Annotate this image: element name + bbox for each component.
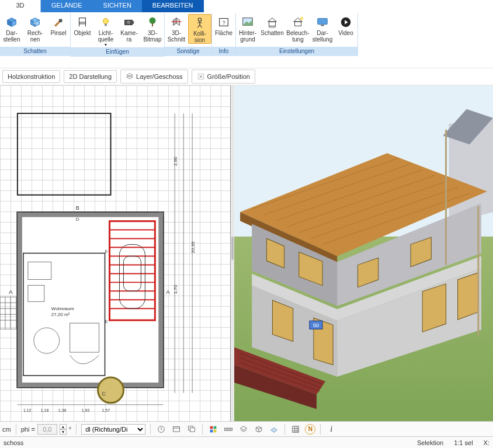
section-icon bbox=[169, 15, 183, 29]
schnitt3d-button[interactable]: 3D-Schnitt bbox=[165, 14, 188, 43]
play-icon bbox=[339, 15, 353, 29]
tree-icon bbox=[145, 15, 159, 29]
person-icon bbox=[193, 16, 207, 30]
darstellung-2d-button[interactable]: 2D Darstellung bbox=[64, 70, 117, 83]
resize-icon bbox=[197, 72, 205, 81]
groesse-position-label: Größe/Position bbox=[207, 73, 250, 80]
tab-gelaende[interactable]: GELÄNDE bbox=[41, 0, 93, 12]
tab-bearbeiten[interactable]: BEARBEITEN bbox=[142, 0, 204, 12]
holzkonstruktion-button[interactable]: Holzkonstruktion bbox=[2, 70, 60, 83]
layer-geschoss-label: Layer/Geschoss bbox=[136, 73, 182, 80]
hintergrund-button[interactable]: Hinter-grund bbox=[236, 14, 259, 43]
bitmap3d-button[interactable]: 3D-Bitmap bbox=[141, 14, 164, 43]
room-area-text: 27,20 m² bbox=[51, 312, 70, 317]
svg-marker-38 bbox=[127, 75, 133, 79]
svg-point-12 bbox=[103, 19, 108, 24]
cube-calc-icon: Σ bbox=[28, 15, 42, 29]
layers-icon bbox=[126, 72, 134, 81]
pane-2d-plan[interactable]: Wohnraum 27,20 m² 2,90 1,70 20,35 1,12 1… bbox=[0, 85, 231, 421]
svg-text:1,12: 1,12 bbox=[23, 408, 32, 412]
video-button[interactable]: Video bbox=[334, 14, 357, 36]
dropdown-caret-icon: ▼ bbox=[104, 43, 108, 47]
darstellen-button[interactable]: Dar-stellen bbox=[0, 14, 23, 43]
status-bar: schoss Selektion 1:1 sel X: bbox=[0, 436, 493, 448]
flaeche-button[interactable]: ? Fläche bbox=[212, 14, 235, 36]
svg-point-29 bbox=[268, 26, 277, 28]
kollision-label: Kolli-sion bbox=[193, 30, 206, 43]
svg-text:1,93: 1,93 bbox=[82, 408, 90, 412]
bulb-icon bbox=[99, 15, 113, 29]
schatten-settings-label: Schatten bbox=[261, 30, 283, 36]
house-light-icon bbox=[291, 15, 305, 29]
svg-rect-84 bbox=[0, 297, 16, 329]
darstellung-button[interactable]: Dar-stellung bbox=[311, 14, 334, 43]
svg-rect-124 bbox=[173, 426, 180, 432]
kamera-button[interactable]: Kame-ra bbox=[117, 14, 141, 43]
svg-rect-128 bbox=[210, 426, 213, 429]
house-3d-render: 50 bbox=[234, 85, 493, 421]
svg-text:1,57: 1,57 bbox=[102, 408, 110, 412]
landscape-icon bbox=[241, 15, 255, 29]
degree-symbol: ° bbox=[69, 426, 71, 433]
svg-point-15 bbox=[127, 20, 130, 24]
ribbon-group-einstellungen: Hinter-grund Schatten Beleuch-tung Dar-s… bbox=[236, 13, 358, 56]
kamera-label: Kame-ra bbox=[120, 30, 137, 43]
clock-icon[interactable] bbox=[155, 423, 167, 435]
svg-rect-127 bbox=[190, 428, 195, 432]
svg-rect-45 bbox=[18, 213, 22, 387]
groesse-position-button[interactable]: Größe/Position bbox=[192, 70, 255, 84]
lichtquelle-button[interactable]: Licht-quelle ▼ bbox=[94, 14, 117, 47]
svg-rect-16 bbox=[133, 21, 134, 24]
darstellen-label: Dar-stellen bbox=[4, 30, 20, 43]
svg-text:1,18: 1,18 bbox=[41, 408, 49, 412]
window-icon[interactable] bbox=[171, 423, 182, 435]
schnitt3d-label: 3D-Schnitt bbox=[168, 30, 186, 43]
workspace: Wohnraum 27,20 m² 2,90 1,70 20,35 1,12 1… bbox=[0, 85, 493, 421]
status-scale: 1:1 sel bbox=[454, 439, 473, 446]
beleuchtung-button[interactable]: Beleuch-tung bbox=[285, 14, 311, 43]
svg-marker-114 bbox=[458, 273, 478, 320]
north-badge[interactable]: N bbox=[305, 424, 315, 435]
svg-marker-113 bbox=[422, 284, 446, 332]
color-swatch-icon[interactable] bbox=[207, 423, 219, 435]
group-label-einfuegen: Einfügen bbox=[71, 47, 164, 57]
sub-toolbar: Holzkonstruktion 2D Darstellung Layer/Ge… bbox=[0, 68, 493, 85]
bitmap3d-label: 3D-Bitmap bbox=[143, 30, 161, 43]
cube-tool-icon[interactable] bbox=[253, 423, 265, 435]
layer-geschoss-button[interactable]: Layer/Geschoss bbox=[120, 70, 188, 84]
grid-toggle-icon[interactable] bbox=[290, 423, 301, 435]
ribbon-group-info: ? Fläche Info bbox=[212, 13, 236, 56]
svg-text:1,38: 1,38 bbox=[58, 408, 67, 412]
kollision-button[interactable]: Kolli-sion bbox=[188, 14, 211, 44]
layers-tool-icon[interactable] bbox=[238, 423, 249, 435]
status-left-text: schoss bbox=[4, 439, 23, 446]
schatten-settings-button[interactable]: Schatten bbox=[259, 14, 285, 36]
lichtquelle-label: Licht-quelle bbox=[98, 30, 114, 43]
phi-input[interactable] bbox=[37, 424, 57, 435]
phi-control: phi = ▲▼ ° bbox=[21, 424, 72, 435]
pane-3d-view[interactable]: 50 bbox=[234, 85, 493, 421]
svg-marker-139 bbox=[271, 428, 277, 432]
svg-text:2,90: 2,90 bbox=[173, 157, 178, 166]
svg-text:1,70: 1,70 bbox=[173, 284, 178, 294]
video-label: Video bbox=[338, 30, 353, 36]
hintergrund-label: Hinter-grund bbox=[239, 30, 256, 43]
group-label-sonstige: Sonstige bbox=[165, 47, 211, 56]
monitor-icon bbox=[315, 15, 329, 29]
ruler-icon[interactable] bbox=[223, 423, 234, 435]
brush-icon bbox=[51, 15, 65, 29]
tab-3d[interactable]: 3D bbox=[0, 0, 41, 12]
stack-icon[interactable] bbox=[186, 423, 197, 435]
svg-rect-18 bbox=[152, 23, 153, 27]
status-x: X: bbox=[484, 439, 489, 446]
svg-marker-137 bbox=[241, 426, 247, 430]
rechnen-button[interactable]: Σ Rech-nen bbox=[23, 14, 47, 43]
objekt-button[interactable]: Objekt bbox=[71, 14, 94, 36]
svg-rect-131 bbox=[214, 429, 217, 432]
info-i-icon[interactable]: i bbox=[325, 423, 337, 435]
plane-tool-icon[interactable] bbox=[268, 423, 280, 435]
direction-select[interactable]: dl (Richtung/Di bbox=[81, 424, 145, 435]
phi-spinner[interactable]: ▲▼ bbox=[60, 424, 67, 435]
pinsel-button[interactable]: Pinsel bbox=[47, 14, 70, 36]
tab-sichten[interactable]: SICHTEN bbox=[93, 0, 142, 12]
